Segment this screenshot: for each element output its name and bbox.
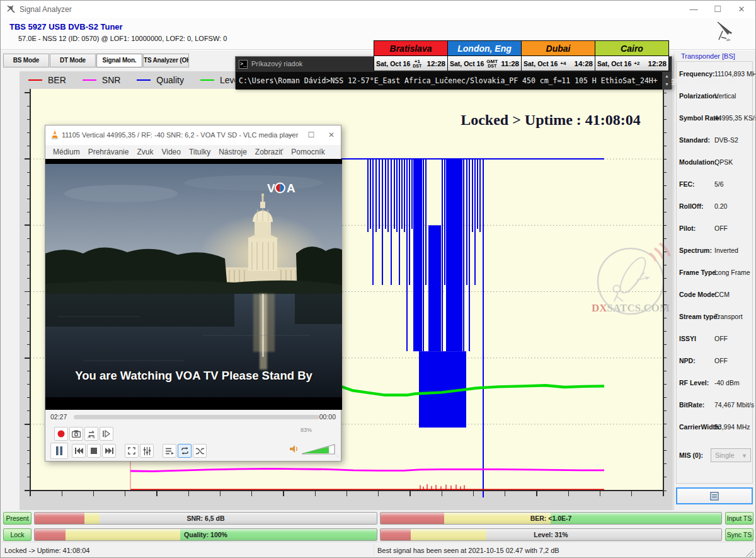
vlc-frame-step-button[interactable]	[100, 427, 113, 441]
quality-bar: Quality: 100%	[34, 528, 377, 541]
status-uptime: Locked -> Uptime: 41:08:04	[4, 547, 89, 554]
transponder-value: Inverted	[714, 247, 738, 254]
legend-item-snr: SNR	[83, 75, 121, 85]
vlc-menu-video[interactable]: Video	[161, 148, 180, 156]
vlc-menu-bar: MédiumPrehrávanieZvukVideoTitulkyNástroj…	[53, 145, 325, 159]
transponder-row: Spectrum:Inverted	[679, 247, 751, 269]
transponder-value: 53,994 MHz	[714, 423, 750, 431]
vlc-seek-row: 02:27 00:00	[45, 410, 341, 424]
transponder-label: BitRate:	[679, 401, 704, 409]
transponder-rows: Frequency:11104,893 MHzPolarization:Vert…	[679, 70, 751, 445]
transponder-label: Code Mode:	[679, 291, 717, 298]
vlc-pause-button[interactable]	[50, 443, 68, 459]
clock-time: 11:28	[501, 60, 519, 67]
vlc-loop-button[interactable]	[178, 444, 192, 458]
transponder-value: 0.20	[714, 202, 727, 210]
transponder-row: RollOff:0.20	[679, 202, 751, 224]
vlc-volume-speaker-icon[interactable]	[290, 445, 299, 453]
transponder-value: OFF	[714, 335, 728, 342]
legend-dash	[28, 79, 42, 81]
transponder-row: Polarization:Vertical	[679, 92, 751, 114]
vlc-menu-zobrazi[interactable]: Zobraziť	[255, 148, 284, 156]
clock-cairo: CairoSat, Oct 16+212:28	[595, 40, 669, 71]
vlc-previous-button[interactable]	[72, 444, 86, 458]
scroll-down-icon[interactable]: ▼	[662, 80, 672, 88]
legend-label: BER	[48, 75, 66, 85]
clock-city: Cairo	[595, 41, 668, 56]
vlc-minimize-icon[interactable]: —	[282, 125, 301, 145]
vlc-fullscreen-button[interactable]	[125, 444, 139, 458]
vlc-menu-pomocnk[interactable]: Pomocník	[291, 148, 324, 156]
clock-dubai: DubaiSat, Oct 16+414:28	[521, 40, 595, 71]
voa-logo: V A	[267, 182, 295, 195]
mis-row: MIS (0): Single ▼	[679, 448, 751, 463]
transponder-value: 5/6	[714, 180, 724, 188]
vlc-record-button[interactable]	[54, 427, 68, 441]
lock-indicator-button[interactable]: Lock	[3, 528, 32, 541]
vlc-playlist-button[interactable]	[163, 444, 176, 458]
vlc-menu-mdium[interactable]: Médium	[53, 148, 80, 156]
close-icon[interactable]: ✕	[728, 1, 755, 18]
transponder-row: Standard:DVB-S2	[679, 136, 751, 158]
vlc-stop-button[interactable]	[87, 444, 101, 458]
vlc-title-bar[interactable]: 11105 Vertical 44995,35 / RF: -40 SNR: 6…	[45, 125, 341, 145]
transponder-value: Vertical	[714, 92, 736, 100]
transponder-label: Pilot:	[679, 224, 696, 232]
vlc-menu-titulky[interactable]: Titulky	[189, 148, 210, 156]
legend-label: Quality	[156, 75, 184, 85]
sidebar-divider	[673, 54, 674, 510]
transponder-row: NPD:OFF	[679, 357, 751, 379]
present-indicator-button[interactable]: Present	[3, 512, 32, 525]
tab-dt-mode[interactable]: DT Mode	[50, 54, 96, 67]
mis-dropdown[interactable]: Single ▼	[711, 448, 751, 462]
transponder-row: Symbol Rate:44995,35 KS/s	[679, 114, 751, 136]
clock-city: Bratislava	[374, 41, 447, 56]
vlc-shuffle-button[interactable]	[193, 444, 207, 458]
tab-signal-mon-[interactable]: Signal Mon.	[96, 54, 142, 67]
transponder-value: Long Frame	[714, 269, 750, 276]
transponder-value: -40 dBm	[714, 379, 740, 387]
vlc-next-button[interactable]	[102, 444, 116, 458]
vlc-menu-zvuk[interactable]: Zvuk	[137, 148, 153, 156]
cmd-console[interactable]: C:\Users\Roman Dávid>NSS 12-57°E_East Af…	[236, 72, 672, 90]
transponder-row: BitRate:74,467 Mbit/s	[679, 401, 751, 423]
vlc-close-icon[interactable]: ✕	[322, 125, 341, 145]
svg-text:A: A	[287, 182, 295, 195]
vlc-menu-prehrvanie[interactable]: Prehrávanie	[88, 148, 129, 156]
level-bar: Level: 31%	[380, 528, 722, 541]
vlc-equalizer-button[interactable]	[140, 444, 154, 458]
transponder-row: Stream type:Transport	[679, 313, 751, 335]
clock-time: 12:28	[648, 60, 667, 67]
transponder-label: FEC:	[679, 180, 695, 188]
vlc-remaining-time: 00:00	[319, 413, 336, 421]
vlc-resize-grip[interactable]: ::	[336, 453, 340, 458]
transponder-label: RollOff:	[679, 202, 704, 210]
tab-ts-analyzer-ok-[interactable]: TS Analyzer (OK)	[143, 54, 189, 67]
quality-bar-text: Quality: 100%	[35, 529, 377, 540]
transponder-row: Frame Type:Long Frame	[679, 269, 751, 291]
transponder-row: Pilot:OFF	[679, 224, 751, 247]
vlc-menu-nstroje[interactable]: Nástroje	[219, 148, 247, 156]
vlc-cone-icon	[50, 130, 60, 140]
transponder-row: RF Level:-40 dBm	[679, 379, 751, 401]
vlc-snapshot-button[interactable]	[69, 427, 83, 441]
vlc-volume-slider[interactable]	[301, 443, 336, 455]
input-ts-button[interactable]: Input TS	[725, 512, 753, 525]
level-bar-text: Level: 31%	[381, 529, 721, 540]
clock-date: Sat, Oct 16	[376, 60, 410, 67]
cmd-scrollbar[interactable]: ▲ ▼	[662, 72, 672, 90]
vlc-seek-slider[interactable]	[74, 415, 319, 419]
vlc-maximize-icon[interactable]: ☐	[302, 125, 321, 145]
list-icon	[710, 492, 719, 501]
sync-ts-button[interactable]: Sync TS	[725, 528, 753, 541]
vlc-video-area: V A You are Watching VOA TV Please Stand…	[45, 159, 342, 410]
chevron-down-icon: ▼	[742, 449, 747, 463]
tab-bs-mode[interactable]: BS Mode	[3, 54, 49, 67]
ts-list-button[interactable]	[676, 487, 753, 504]
resize-grip[interactable]	[746, 549, 753, 557]
scroll-up-icon[interactable]: ▲	[662, 72, 672, 80]
window-title: Signal Analyzer	[20, 5, 72, 14]
transponder-label: Polarization:	[679, 92, 719, 100]
vlc-ab-loop-button[interactable]: AB	[84, 427, 98, 441]
svg-text:B: B	[93, 435, 95, 438]
